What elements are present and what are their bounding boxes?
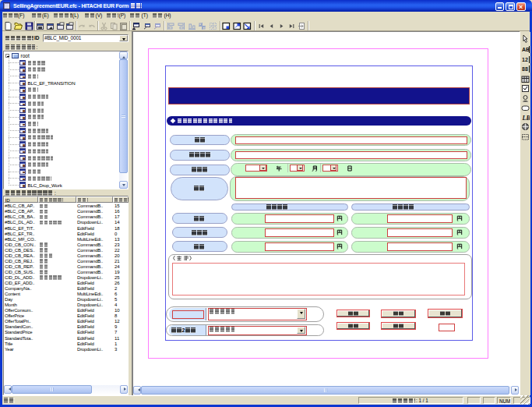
- svg-text:88: 88: [522, 66, 528, 72]
- svg-text:12: 12: [522, 57, 528, 62]
- svg-text:LB: LB: [521, 114, 530, 121]
- svg-text:AB: AB: [522, 47, 530, 52]
